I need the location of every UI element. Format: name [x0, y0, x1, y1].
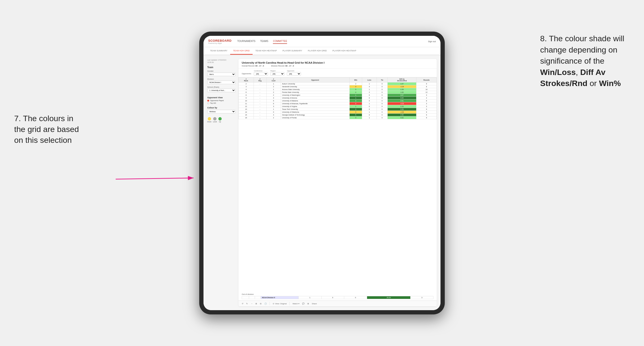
redo-button[interactable]: ↻ — [246, 303, 248, 305]
view-original-button[interactable]: ⊙ View: Original — [273, 303, 286, 305]
cell-win: 2 — [350, 82, 362, 85]
nav-item-tournaments[interactable]: TOURNAMENTS — [237, 39, 256, 44]
cell-diff: -1.00 — [388, 111, 416, 114]
grid-records: Overall Record: 89 - 17 - 0 Division Rec… — [242, 65, 434, 67]
cell-loss: 0 — [362, 105, 377, 108]
cell-diff: 2.61 — [388, 99, 416, 102]
nav-item-teams[interactable]: TEAMS — [260, 39, 268, 44]
cell-win: 5 — [350, 114, 362, 116]
fit-button[interactable]: ⊟ — [260, 303, 262, 305]
division-label: Division — [207, 78, 236, 80]
cell-conf: 2 — [266, 94, 281, 97]
sub-nav-team-h2h-heatmap[interactable]: TEAM H2H HEATMAP — [252, 47, 280, 55]
cell-reg: - — [254, 88, 266, 91]
sub-nav-team-summary[interactable]: TEAM SUMMARY — [207, 47, 230, 55]
filter-opponents-label: Opponents: — [242, 73, 252, 76]
cell-rank: 16 — [239, 116, 254, 119]
cell-loss: 1 — [362, 88, 377, 91]
sub-nav-player-summary[interactable]: PLAYER SUMMARY — [280, 47, 305, 55]
out-division-table: NCAA Division II 1 0 0 26.00 3 — [238, 296, 437, 301]
radio-dot-unselected — [207, 102, 209, 104]
cell-opponent: University of Alabama — [281, 99, 350, 102]
cell-conf: 2 — [266, 85, 281, 88]
comment-button[interactable]: 💬 — [302, 303, 304, 305]
main-content: Last Updated: 27/03/2024 16:55:38 Team G… — [204, 55, 440, 310]
col-loss: Loss — [362, 78, 377, 82]
cell-win: 3 — [350, 108, 362, 111]
grid-area: University of North Carolina Head-to-Hea… — [238, 59, 437, 306]
nav-bar: SCOREBOARD Powered by clippd TOURNAMENTS… — [204, 36, 440, 47]
sign-out-button[interactable]: Sign out — [428, 40, 436, 43]
cell-loss: 1 — [362, 111, 377, 114]
col-win: Win — [350, 78, 362, 82]
sidebar: Last Updated: 27/03/2024 16:55:38 Team G… — [207, 59, 236, 306]
cell-tie: 0 — [376, 105, 388, 108]
col-tie: Tie — [376, 78, 388, 82]
zoom-button[interactable]: ⊞ — [256, 303, 257, 305]
cell-loss: 0 — [362, 108, 377, 111]
cell-tie: 0 — [376, 85, 388, 88]
last-updated: Last Updated: 27/03/2024 16:55:38 — [207, 59, 236, 64]
school-label: School (Rank) — [207, 86, 236, 88]
gender-select[interactable]: Men's — [207, 73, 236, 76]
colour-by-title: Colour by — [207, 107, 236, 109]
cell-diff: 4.50 — [388, 114, 416, 116]
radio-opponents-played[interactable]: Opponents Played — [207, 100, 236, 102]
sub-nav: TEAM SUMMARY TEAM H2H GRID TEAM H2H HEAT… — [204, 47, 440, 55]
share-button[interactable]: Share — [312, 303, 317, 305]
legend-circle-up — [218, 117, 222, 120]
cell-rank: 6 — [239, 91, 254, 94]
cell-reg — [254, 85, 266, 88]
cell-diff: 3.67 — [388, 94, 416, 97]
sub-nav-player-h2h-grid[interactable]: PLAYER H2H GRID — [305, 47, 330, 55]
cell-loss: 4 — [362, 85, 377, 88]
cell-tie: 0 — [376, 88, 388, 91]
table-row: 8 - 2 University of Washington 1 0 0 3.6… — [239, 94, 437, 97]
clock-button[interactable]: 🕐 — [264, 303, 267, 305]
team-section-title: Team — [207, 66, 236, 69]
forward-button[interactable]: → — [251, 303, 252, 305]
cell-conf: 4 — [266, 114, 281, 116]
undo-button[interactable]: ↺ — [242, 303, 244, 305]
cell-reg: - — [254, 105, 266, 108]
cell-tie: 0 — [376, 91, 388, 94]
cell-win: 0 — [350, 102, 362, 105]
division-select[interactable]: NCAA Division I — [207, 81, 236, 84]
cell-opponent: Arizona State University — [281, 88, 350, 91]
tablet-screen: SCOREBOARD Powered by clippd TOURNAMENTS… — [204, 36, 440, 310]
cell-tie: 0 — [376, 108, 388, 111]
cell-rounds: 9 — [416, 82, 437, 85]
school-select[interactable]: 1. University of Nort... — [207, 89, 236, 92]
filter-opponent-select[interactable]: (All) — [287, 72, 301, 76]
filter-region-group: Region (All) — [270, 70, 284, 76]
logo-sub: Powered by clippd — [208, 42, 232, 44]
data-table: #Rank #Reg #Conf Opponent Win Loss Tie D… — [238, 77, 437, 292]
filter-region-select[interactable]: (All) — [270, 72, 284, 76]
present-button[interactable]: ⊞ — [307, 303, 309, 305]
cell-reg: - — [254, 102, 266, 105]
sub-nav-team-h2h-grid[interactable]: TEAM H2H GRID — [230, 47, 252, 55]
cell-diff: -2.29 — [388, 85, 416, 88]
od-name: NCAA Division II — [261, 296, 299, 299]
radio-top-100[interactable]: Top 100 — [207, 102, 236, 104]
cell-rank: 13 — [239, 108, 254, 111]
cell-win: 5 — [350, 88, 362, 91]
watch-button[interactable]: Watch ▾ — [292, 303, 299, 305]
colour-by-select[interactable]: Win/loss — [207, 110, 236, 113]
cell-loss: 1 — [362, 116, 377, 119]
filter-row: Opponents: Conference (All) Region (All) — [238, 69, 437, 77]
cell-win: 3 — [350, 116, 362, 119]
cell-opponent: University of Virginia — [281, 105, 350, 108]
nav-item-committee[interactable]: COMMITTEE — [273, 39, 287, 44]
cell-reg: - — [254, 97, 266, 99]
cell-win: 1 — [350, 105, 362, 108]
cell-opponent: University of Washington — [281, 94, 350, 97]
filter-conference-select[interactable]: (All) — [254, 72, 268, 76]
cell-diff: -4.33 — [388, 102, 416, 105]
filter-opponent-group: Opponent (All) — [287, 70, 301, 76]
cell-conf: 3 — [266, 97, 281, 99]
table-header-row: #Rank #Reg #Conf Opponent Win Loss Tie D… — [239, 78, 437, 82]
sub-nav-player-h2h-heatmap[interactable]: PLAYER H2H HEATMAP — [330, 47, 359, 55]
od-loss: 0 — [321, 296, 344, 299]
cell-reg: - — [254, 94, 266, 97]
